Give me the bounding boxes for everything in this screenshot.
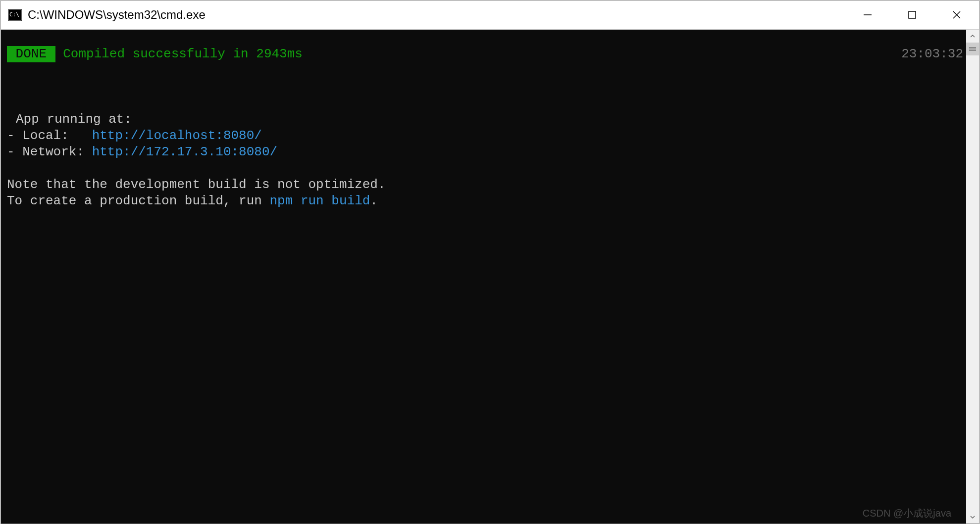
scroll-track[interactable] xyxy=(966,43,979,511)
running-at-label: App running at: xyxy=(16,112,132,127)
local-prefix: - Local: xyxy=(7,128,92,143)
note-line-1: Note that the development build is not o… xyxy=(7,177,386,192)
cmd-icon: C:\ xyxy=(4,5,26,25)
watermark: CSDN @小成说java xyxy=(863,505,951,522)
status-message: Compiled successfully in 2943ms xyxy=(55,46,303,62)
window-title: C:\WINDOWS\system32\cmd.exe xyxy=(28,8,206,22)
network-prefix: - Network: xyxy=(7,144,92,159)
client-area: DONE Compiled successfully in 2943ms23:0… xyxy=(1,30,979,524)
svg-rect-4 xyxy=(909,11,916,18)
close-button[interactable] xyxy=(934,0,979,29)
local-url[interactable]: http://localhost:8080/ xyxy=(92,128,262,143)
scroll-up-arrow-icon[interactable] xyxy=(966,30,979,43)
cmd-window: C:\ C:\WINDOWS\system32\cmd.exe DONE Com… xyxy=(0,0,980,524)
status-badge: DONE xyxy=(7,46,55,62)
title-bar[interactable]: C:\ C:\WINDOWS\system32\cmd.exe xyxy=(1,0,979,30)
note-line-2-post: . xyxy=(370,193,378,208)
terminal-output[interactable]: DONE Compiled successfully in 2943ms23:0… xyxy=(1,30,966,524)
window-controls xyxy=(845,0,979,29)
svg-text:C:\: C:\ xyxy=(9,11,19,18)
note-npm-cmd: npm run build xyxy=(270,193,370,208)
minimize-button[interactable] xyxy=(845,0,890,29)
vertical-scrollbar[interactable] xyxy=(966,30,979,524)
scroll-thumb[interactable] xyxy=(966,43,979,55)
network-url[interactable]: http://172.17.3.10:8080/ xyxy=(92,144,277,159)
status-timestamp: 23:03:32 xyxy=(901,46,966,62)
maximize-button[interactable] xyxy=(890,0,934,29)
note-line-2-pre: To create a production build, run xyxy=(7,193,270,208)
scroll-down-arrow-icon[interactable] xyxy=(966,511,979,524)
